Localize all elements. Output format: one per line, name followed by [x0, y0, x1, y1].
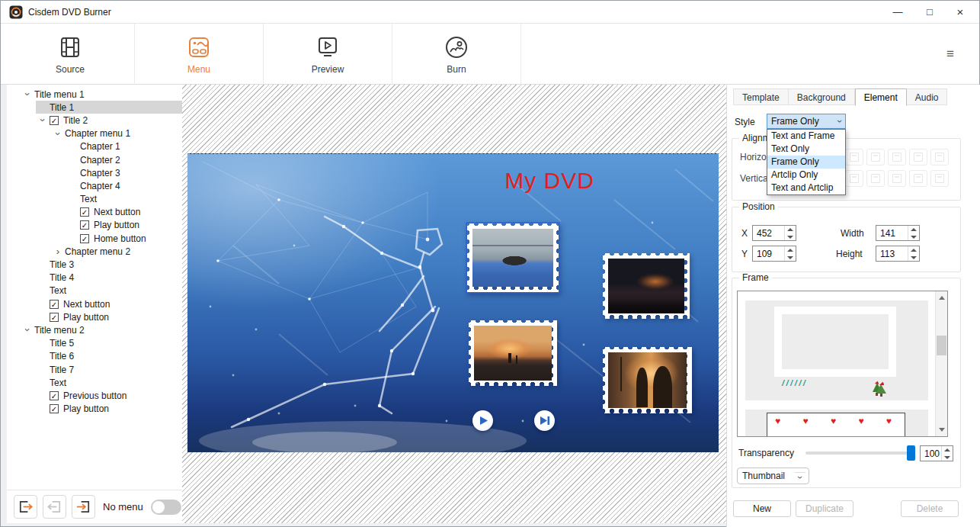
tree-item-title-2[interactable]: ›✓Title 2 — [7, 114, 182, 127]
tree-item-play-button[interactable]: ✓Play button — [7, 219, 182, 232]
tree-item-next-button[interactable]: ✓Next button — [7, 206, 182, 219]
tree-item-chapter-2[interactable]: Chapter 2 — [7, 153, 182, 166]
align-center-horizontal-icon[interactable] — [866, 149, 885, 165]
style-option-text-only[interactable]: Text Only — [767, 143, 845, 156]
style-option-text-and-artclip[interactable]: Text and Artclip — [767, 182, 845, 194]
tab-template[interactable]: Template — [733, 88, 789, 105]
tree-item-chapter-4[interactable]: Chapter 4 — [7, 179, 182, 192]
distribute-vertical-icon[interactable] — [909, 170, 927, 187]
collapse-arrow-icon[interactable]: › — [53, 127, 64, 140]
tree-item-next-button[interactable]: ✓Next button — [7, 297, 182, 310]
x-spinner-arrows[interactable] — [784, 226, 796, 240]
tree-item-title-5[interactable]: Title 5 — [7, 337, 182, 350]
menu-next-button[interactable] — [534, 410, 555, 431]
transparency-input[interactable]: 100 — [920, 445, 953, 461]
collapse-arrow-icon[interactable]: › — [37, 114, 49, 127]
height-spinner-arrows[interactable] — [908, 246, 919, 261]
equal-height-icon[interactable] — [930, 170, 949, 187]
tree-item-chapter-menu-1[interactable]: ›Chapter menu 1 — [7, 127, 182, 140]
transparency-spinner-arrows[interactable] — [941, 446, 953, 461]
width-spinner-arrows[interactable] — [908, 226, 919, 240]
move-right-button[interactable] — [72, 495, 95, 519]
tree-item-checkbox[interactable]: ✓ — [80, 207, 89, 217]
tree-item-title-6[interactable]: Title 6 — [7, 350, 182, 363]
tree-item-title-3[interactable]: Title 3 — [7, 258, 182, 271]
scroll-down-icon[interactable] — [939, 428, 945, 432]
style-option-text-and-frame[interactable]: Text and Frame — [767, 130, 845, 143]
distribute-horizontal-icon[interactable] — [909, 149, 927, 165]
width-input[interactable]: 141 — [876, 225, 920, 241]
tree-item-checkbox[interactable]: ✓ — [80, 220, 89, 230]
collapse-arrow-icon[interactable]: › — [22, 323, 34, 337]
tree-item-title-menu-2[interactable]: ›Title menu 2 — [7, 323, 182, 336]
scrollbar-thumb[interactable] — [937, 336, 946, 355]
thumbnail-dropdown[interactable]: Thumbnail › — [737, 468, 809, 484]
title-thumbnail-2[interactable] — [603, 253, 690, 319]
tree-item-text[interactable]: Text — [7, 193, 182, 206]
tree-item-checkbox[interactable]: ✓ — [50, 404, 59, 413]
tree-item-title-4[interactable]: Title 4 — [7, 272, 182, 284]
align-middle-icon[interactable] — [866, 170, 885, 187]
style-option-frame-only[interactable]: Frame Only — [767, 156, 845, 169]
x-input[interactable]: 452 — [752, 225, 796, 241]
tree-item-chapter-menu-2[interactable]: ›Chapter menu 2 — [7, 245, 182, 258]
toolbar-burn-button[interactable]: Burn — [392, 24, 521, 85]
new-button[interactable]: New — [733, 500, 791, 517]
tree-item-checkbox[interactable]: ✓ — [50, 391, 59, 400]
align-left-icon[interactable] — [845, 149, 863, 165]
frame-option-hearts[interactable]: ♥ ♥ ♥ ♥ ♥ ♥ — [745, 410, 928, 437]
tree-item-checkbox[interactable]: ✓ — [50, 300, 59, 309]
tree-item-home-button[interactable]: ✓Home button — [7, 232, 182, 245]
tree-item-chapter-3[interactable]: Chapter 3 — [7, 166, 182, 179]
transparency-slider-track[interactable] — [805, 451, 912, 455]
tree-item-title-1[interactable]: Title 1 — [7, 101, 182, 114]
collapse-arrow-icon[interactable]: › — [22, 88, 34, 101]
scroll-up-icon[interactable] — [939, 296, 945, 300]
tree-item-checkbox[interactable]: ✓ — [50, 116, 59, 125]
tree-item-play-button[interactable]: ✓Play button — [7, 403, 182, 416]
title-thumbnail-3[interactable] — [469, 320, 557, 386]
maximize-button[interactable]: □ — [917, 1, 943, 24]
toolbar-preview-button[interactable]: Preview — [264, 24, 392, 85]
tab-element[interactable]: Element — [855, 88, 907, 106]
toolbar-source-button[interactable]: Source — [6, 24, 135, 85]
align-bottom-icon[interactable] — [888, 170, 906, 187]
align-right-icon[interactable] — [888, 149, 906, 165]
height-input[interactable]: 113 — [876, 246, 920, 262]
equal-width-icon[interactable] — [930, 149, 949, 165]
tree-item-previous-button[interactable]: ✓Previous button — [7, 389, 182, 402]
toolbar-menu-button[interactable]: Menu — [135, 24, 264, 85]
duplicate-button[interactable]: Duplicate — [796, 500, 853, 517]
frame-list-scrollbar[interactable] — [935, 291, 947, 436]
transparency-slider-handle[interactable] — [907, 445, 915, 461]
tree-item-title-7[interactable]: Title 7 — [7, 363, 182, 376]
overflow-menu-icon[interactable]: ≡ — [943, 48, 958, 60]
frame-option-christmas[interactable]: ////// — [745, 300, 928, 400]
close-button[interactable]: × — [947, 1, 973, 24]
frame-style-list[interactable]: ////// ♥ ♥ ♥ ♥ ♥ ♥ — [737, 291, 948, 437]
style-option-artclip-only[interactable]: Artclip Only — [767, 169, 845, 182]
style-dropdown[interactable]: Frame Only › — [767, 114, 846, 129]
y-input[interactable]: 109 — [752, 246, 796, 262]
menu-play-button[interactable] — [472, 410, 493, 431]
tree-item-title-menu-1[interactable]: ›Title menu 1 — [7, 88, 182, 101]
tree-item-text[interactable]: Text — [7, 284, 182, 297]
y-spinner-arrows[interactable] — [784, 246, 796, 261]
tree-item-text[interactable]: Text — [7, 376, 182, 389]
expand-arrow-icon[interactable]: › — [51, 246, 65, 257]
move-out-button[interactable] — [14, 495, 37, 519]
move-left-button[interactable] — [43, 495, 66, 519]
minimize-button[interactable]: — — [885, 1, 911, 24]
dvd-menu-title[interactable]: My DVD — [454, 168, 645, 194]
tree-item-checkbox[interactable]: ✓ — [80, 234, 89, 243]
tree-item-play-button[interactable]: ✓Play button — [7, 310, 182, 323]
tree-item-chapter-1[interactable]: Chapter 1 — [7, 140, 182, 153]
delete-button[interactable]: Delete — [901, 500, 959, 517]
align-top-icon[interactable] — [845, 170, 863, 187]
tab-background[interactable]: Background — [789, 88, 855, 105]
title-thumbnail-4[interactable] — [603, 347, 692, 413]
tree-item-checkbox[interactable]: ✓ — [50, 313, 59, 322]
tab-audio[interactable]: Audio — [907, 88, 948, 105]
no-menu-toggle[interactable] — [151, 500, 181, 515]
title-thumbnail-1[interactable] — [467, 223, 559, 292]
